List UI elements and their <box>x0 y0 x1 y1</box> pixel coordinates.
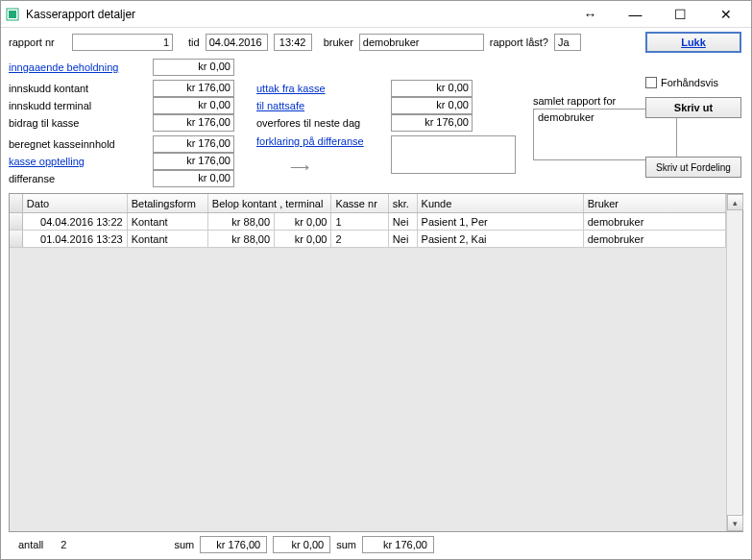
titlebar: Kasserapport detaljer ↔ — ☐ ✕ <box>1 1 751 28</box>
forklaring-box[interactable] <box>391 135 516 174</box>
kasse-opptelling-value: kr 176,00 <box>153 153 234 170</box>
svg-rect-1 <box>9 11 16 18</box>
grid-area: Dato Betalingsform Belop kontant , termi… <box>9 193 743 532</box>
nattsafe-value: kr 0,00 <box>391 97 473 114</box>
forhandsvis-checkbox[interactable] <box>645 77 657 88</box>
sum2-label: sum <box>336 539 356 550</box>
innskudd-terminal-label: innskudd terminal <box>9 100 153 111</box>
row-handle[interactable] <box>10 231 23 247</box>
cell-kunde: Pasient 2, Kai <box>418 231 584 247</box>
content-area: rapport nr 1 tid 04.04.2016 13:42 bruker… <box>1 28 751 559</box>
maximize-button[interactable]: ☐ <box>659 3 702 26</box>
overfores-label: overfores til neste dag <box>256 117 391 129</box>
window: Kasserapport detaljer ↔ — ☐ ✕ rapport nr… <box>0 0 752 560</box>
samlet-value: demobruker <box>538 111 594 123</box>
close-button[interactable]: ✕ <box>704 3 747 26</box>
resize-icon[interactable]: ↔ <box>569 3 612 26</box>
cell-kasse: 2 <box>331 231 388 247</box>
col-belop[interactable]: Belop kontant , terminal <box>208 194 332 212</box>
row-handle[interactable] <box>10 213 23 230</box>
col-kasse[interactable]: Kasse nr <box>331 194 388 212</box>
top-row: rapport nr 1 tid 04.04.2016 13:42 bruker… <box>9 34 743 51</box>
sum-total: kr 176,00 <box>362 536 434 553</box>
grid-header: Dato Betalingsform Belop kontant , termi… <box>10 194 726 213</box>
sum-terminal: kr 0,00 <box>273 536 330 553</box>
cell-dato: 01.04.2016 13:23 <box>23 231 128 247</box>
overfores-value: kr 176,00 <box>391 114 473 132</box>
cell-skr: Nei <box>389 213 418 230</box>
rapport-last-field[interactable]: Ja <box>554 34 581 51</box>
cell-dato: 04.04.2016 13:22 <box>23 213 128 230</box>
rapport-last-label: rapport låst? <box>490 37 548 48</box>
cell-bet: Kontant <box>128 213 208 230</box>
cell-skr: Nei <box>389 231 418 247</box>
scroll-up-icon[interactable]: ▴ <box>727 194 743 210</box>
skriv-ut-fordeling-button[interactable]: Skriv ut Fordeling <box>645 157 741 178</box>
sum-label: sum <box>174 539 194 550</box>
beregnet-value: kr 176,00 <box>153 135 234 153</box>
vertical-scrollbar[interactable]: ▴ ▾ <box>726 194 742 531</box>
arrow-right-icon: ⟶ <box>276 159 324 175</box>
col-dato[interactable]: Dato <box>23 194 128 212</box>
window-title: Kasserapport detaljer <box>26 8 569 21</box>
mid-column: uttak fra kasse kr 0,00 til nattsafe kr … <box>256 59 525 187</box>
bruker-label: bruker <box>324 37 353 48</box>
cell-bruker: demobruker <box>584 213 726 230</box>
app-icon <box>5 7 20 22</box>
cell-bet: Kontant <box>128 231 208 247</box>
sum-kontant: kr 176,00 <box>200 536 267 553</box>
col-kunde[interactable]: Kunde <box>418 194 584 212</box>
col-betalingsform[interactable]: Betalingsform <box>128 194 208 212</box>
grid-main: Dato Betalingsform Belop kontant , termi… <box>10 194 726 531</box>
mid-area: inngaaende beholdning kr 0,00 innskudd k… <box>9 59 743 187</box>
differanse-label: differanse <box>9 173 153 184</box>
uttak-value: kr 0,00 <box>391 80 473 97</box>
innskudd-kontant-value: kr 176,00 <box>153 80 234 97</box>
footer: antall 2 sum kr 176,00 kr 0,00 sum kr 17… <box>9 532 743 555</box>
antall-label: antall <box>18 539 43 550</box>
cell-belt: kr 0,00 <box>275 213 331 230</box>
minimize-button[interactable]: — <box>614 3 657 26</box>
forklaring-link[interactable]: forklaring på differanse <box>256 135 391 147</box>
lukk-button[interactable]: Lukk <box>645 32 741 53</box>
forhandsvis-label: Forhåndsvis <box>661 77 718 88</box>
tid-label: tid <box>188 37 200 48</box>
time-field[interactable]: 13:42 <box>274 34 312 51</box>
skriv-ut-button[interactable]: Skriv ut <box>645 97 741 118</box>
innskudd-kontant-label: innskudd kontant <box>9 83 153 94</box>
table-row[interactable]: 04.04.2016 13:22 Kontant kr 88,00 kr 0,0… <box>10 213 726 231</box>
kasse-opptelling-link[interactable]: kasse opptelling <box>9 156 153 167</box>
left-column: inngaaende beholdning kr 0,00 innskudd k… <box>9 59 249 187</box>
inngaende-value: kr 0,00 <box>153 59 234 76</box>
table-row[interactable]: 01.04.2016 13:23 Kontant kr 88,00 kr 0,0… <box>10 231 726 248</box>
nattsafe-link[interactable]: til nattsafe <box>256 100 391 111</box>
col-bruker[interactable]: Bruker <box>584 194 726 212</box>
bruker-field[interactable]: demobruker <box>359 34 484 51</box>
differanse-value: kr 0,00 <box>153 170 234 187</box>
cell-kasse: 1 <box>331 213 388 230</box>
antall-value: 2 <box>61 539 66 550</box>
beregnet-label: beregnet kasseinnhold <box>9 138 153 150</box>
inngaende-link[interactable]: inngaaende beholdning <box>9 61 153 73</box>
rapport-nr-label: rapport nr <box>9 37 66 48</box>
cell-belk: kr 88,00 <box>208 213 275 230</box>
cell-belk: kr 88,00 <box>208 231 275 247</box>
date-field[interactable]: 04.04.2016 <box>206 34 268 51</box>
innskudd-terminal-value: kr 0,00 <box>153 97 234 114</box>
rapport-nr-field[interactable]: 1 <box>72 34 173 51</box>
grid-rows: 04.04.2016 13:22 Kontant kr 88,00 kr 0,0… <box>10 213 726 531</box>
col-skr[interactable]: skr. <box>389 194 418 212</box>
cell-bruker: demobruker <box>584 231 726 247</box>
uttak-link[interactable]: uttak fra kasse <box>256 83 391 94</box>
scroll-down-icon[interactable]: ▾ <box>727 515 743 531</box>
bidrag-label: bidrag til kasse <box>9 117 153 129</box>
cell-kunde: Pasient 1, Per <box>418 213 584 230</box>
cell-belt: kr 0,00 <box>275 231 331 247</box>
row-handle-header <box>10 194 23 212</box>
forhandsvis-check-row[interactable]: Forhåndsvis <box>645 74 741 91</box>
bidrag-value: kr 176,00 <box>153 114 234 132</box>
